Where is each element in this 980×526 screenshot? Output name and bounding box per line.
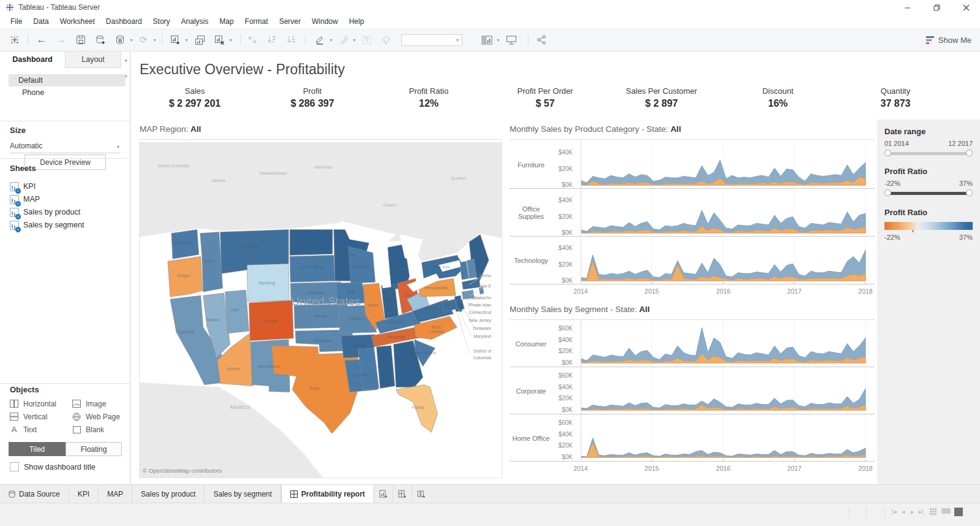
profit-ratio-slider[interactable] (884, 189, 973, 197)
tableau-logo-button[interactable] (7, 32, 22, 47)
clear-sheet-button[interactable] (212, 32, 227, 47)
object-image[interactable]: Image (72, 398, 106, 409)
tab-data-source[interactable]: Data Source (0, 485, 69, 503)
close-button[interactable] (952, 0, 980, 15)
format-workbook-button[interactable] (336, 32, 350, 47)
object-web-page[interactable]: Web Page (72, 411, 120, 422)
current-view-icon[interactable] (954, 508, 963, 516)
new-worksheet-tab[interactable] (374, 485, 393, 503)
minimize-button[interactable] (893, 0, 921, 15)
tab-dashboard[interactable]: Dashboard (0, 51, 65, 68)
profit-ratio-color-legend[interactable] (884, 222, 973, 230)
menu-window[interactable]: Window (306, 15, 344, 28)
sheet-item-sales-by-product[interactable]: Sales by product (10, 206, 80, 218)
highlight-button[interactable] (312, 32, 327, 47)
save-button[interactable] (74, 32, 88, 47)
segment-chart[interactable]: 20142015201620172018Consumer$60K$40K$20K… (510, 320, 875, 476)
menu-file[interactable]: File (5, 15, 28, 28)
new-story-tab[interactable] (412, 485, 431, 503)
fit-selector[interactable]: ▾ (401, 34, 462, 46)
next-page-icon[interactable]: ▸ (911, 508, 914, 515)
menu-format[interactable]: Format (239, 15, 274, 28)
tab-sales-by-segment[interactable]: Sales by segment (205, 485, 281, 503)
pause-auto-updates-caret[interactable]: ▾ (127, 32, 134, 47)
presentation-mode-button[interactable] (504, 32, 519, 47)
sheet-item-map[interactable]: MAP (10, 193, 40, 205)
tab-map[interactable]: MAP (99, 485, 132, 503)
fix-axes-button[interactable] (379, 32, 393, 47)
object-text[interactable]: AText (10, 424, 37, 435)
device-phone[interactable]: Phone (9, 86, 126, 99)
tab-profitability-report[interactable]: Profitability report (281, 485, 374, 503)
last-page-icon[interactable]: ▸| (919, 508, 924, 515)
restore-button[interactable] (922, 0, 951, 15)
grid-view-icon[interactable] (930, 508, 938, 516)
new-worksheet-caret[interactable]: ▾ (183, 32, 189, 47)
object-vertical[interactable]: Vertical (10, 411, 47, 422)
refresh-button[interactable]: ⟳ (136, 32, 151, 47)
menu-analysis[interactable]: Analysis (176, 15, 214, 28)
menu-help[interactable]: Help (344, 15, 370, 28)
menu-story[interactable]: Story (148, 15, 176, 28)
duplicate-sheet-button[interactable] (192, 32, 207, 47)
size-dropdown[interactable]: Automatic▾ (10, 139, 121, 153)
refresh-caret[interactable]: ▾ (151, 32, 157, 47)
date-range-slider[interactable] (884, 150, 973, 157)
show-dashboard-title-checkbox[interactable] (10, 462, 19, 471)
profit-ratio-handle-max[interactable] (966, 189, 973, 196)
undo-button[interactable]: ← (34, 32, 49, 47)
new-worksheet-button[interactable] (168, 32, 183, 47)
menu-data[interactable]: Data (28, 15, 54, 28)
show-mark-labels-button[interactable]: T (359, 32, 374, 47)
show-cards-button[interactable] (480, 32, 494, 47)
date-range-handle-min[interactable] (884, 150, 891, 156)
product-plot[interactable] (581, 141, 875, 284)
profit-ratio-handle-min[interactable] (884, 189, 891, 196)
segment-plot[interactable] (581, 320, 875, 462)
new-data-source-button[interactable] (93, 32, 108, 47)
y-tick: $20K (548, 166, 573, 172)
swap-rows-columns-button[interactable] (245, 32, 260, 47)
date-range-handle-max[interactable] (966, 150, 973, 156)
state-label: Texas (309, 386, 320, 391)
device-preview-button[interactable]: Device Preview (24, 154, 106, 170)
clear-sheet-caret[interactable]: ▾ (227, 32, 233, 47)
first-page-icon[interactable]: |◂ (892, 508, 897, 515)
show-cards-caret[interactable]: ▾ (494, 32, 500, 47)
tab-layout[interactable]: Layout (65, 51, 121, 68)
previous-page-icon[interactable]: ◂ (902, 508, 905, 515)
object-blank[interactable]: Blank (72, 424, 104, 435)
show-me-button[interactable]: Show Me (926, 32, 971, 47)
date-range-track[interactable] (886, 152, 971, 155)
tab-sales-by-product[interactable]: Sales by product (132, 485, 205, 503)
highlight-caret[interactable]: ▾ (327, 32, 333, 47)
device-default[interactable]: Default (9, 74, 126, 86)
format-workbook-caret[interactable]: ▾ (350, 32, 356, 47)
sheet-item-kpi[interactable]: KPI (10, 180, 36, 192)
menu-dashboard[interactable]: Dashboard (100, 15, 148, 28)
redo-button[interactable]: → (54, 32, 69, 47)
us-choropleth-map[interactable]: WashingtonOregonCaliforniaIdahoNevadaUta… (140, 143, 502, 478)
product-category-chart[interactable]: 20142015201620172018Furniture$40K$20K$0K… (510, 141, 875, 299)
share-button[interactable] (534, 32, 549, 47)
pause-auto-updates-button[interactable] (113, 32, 127, 47)
worksheet-icon (10, 208, 19, 217)
new-dashboard-tab[interactable] (393, 485, 412, 503)
profit-ratio-track[interactable] (886, 192, 971, 195)
tiled-button[interactable]: Tiled (9, 442, 66, 456)
sheet-item-label: Sales by product (23, 208, 80, 216)
state-label: Ohio (404, 293, 413, 297)
menu-worksheet[interactable]: Worksheet (55, 15, 100, 28)
tab-kpi[interactable]: KPI (69, 485, 99, 503)
object-horizontal[interactable]: Horizontal (10, 398, 56, 409)
pane-collapse-icon[interactable]: ▴▾ (121, 51, 130, 68)
x-tick-2018: 2018 (852, 465, 879, 472)
menu-server[interactable]: Server (274, 15, 306, 28)
menu-map[interactable]: Map (214, 15, 239, 28)
show-dashboard-title-row[interactable]: Show dashboard title (10, 462, 96, 471)
floating-button[interactable]: Floating (66, 442, 122, 456)
sort-descending-button[interactable] (284, 32, 299, 47)
filmstrip-view-icon[interactable] (941, 508, 951, 516)
sheet-item-sales-by-segment[interactable]: Sales by segment (10, 219, 84, 231)
sort-ascending-button[interactable] (265, 32, 279, 47)
